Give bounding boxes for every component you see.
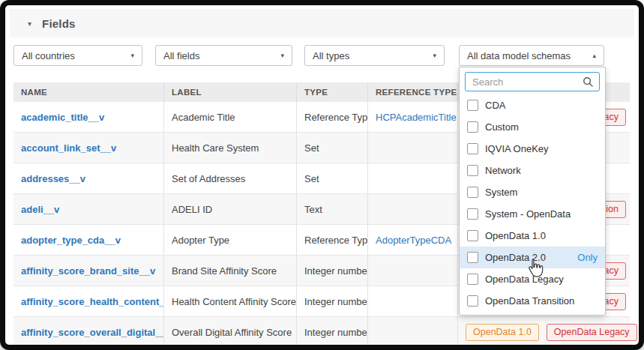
checkbox-icon[interactable] [467, 143, 478, 154]
schema-option[interactable]: CDA [460, 94, 605, 116]
field-name-link[interactable]: account_link_set__v [21, 142, 116, 154]
schema-option-label: OpenData Legacy [485, 274, 564, 285]
schema-option-label: IQVIA OneKey [485, 143, 549, 154]
field-label: Academic Title [163, 102, 296, 132]
field-label: Overall Digital Affinity Score [163, 317, 296, 347]
field-type: Integer number [296, 317, 367, 347]
schema-option-label: OpenData 1.0 [485, 230, 546, 241]
schema-badge: OpenData 1.0 [466, 324, 539, 341]
screenshot-stage: ▾ Fields All countries ▾ All fields ▾ Al… [0, 0, 644, 350]
schema-option-label: Custom [485, 121, 519, 133]
schema-option[interactable]: OpenData Transition [460, 290, 605, 312]
reference-type-link[interactable]: AdopterTypeCDA [376, 235, 451, 246]
field-name-link[interactable]: adeli__v [21, 204, 59, 215]
field-name-link[interactable]: affinity_score_overall_digital__v [21, 327, 163, 338]
schema-option[interactable]: OpenData 2.0 Only [460, 247, 605, 268]
filter-countries-select[interactable]: All countries ▾ [13, 45, 142, 66]
schema-search-input[interactable] [471, 76, 578, 88]
checkbox-icon[interactable] [467, 230, 478, 241]
field-type: Integer number [296, 286, 367, 316]
schema-option-label: OpenData 2.0 [485, 252, 546, 263]
filter-types-value: All types [313, 50, 349, 61]
field-label: Health Content Affinity Score [163, 286, 296, 316]
field-type: Text [296, 194, 367, 224]
checkbox-icon[interactable] [467, 274, 478, 285]
schema-badges-cell: OpenData 1.0OpenData Legacy [457, 317, 641, 347]
field-type: Set [296, 133, 367, 163]
field-name-link[interactable]: affinity_score_health_content__v [21, 296, 163, 307]
collapse-triangle-icon[interactable]: ▾ [28, 19, 31, 28]
schema-option-label: CDA [485, 100, 505, 111]
field-label: Health Care System [163, 133, 296, 163]
schema-option[interactable]: System - OpenData [460, 203, 605, 225]
schema-option[interactable]: OpenData 1.0 [460, 225, 605, 247]
column-header-label[interactable]: LABEL [163, 82, 296, 102]
field-type: Reference Type [296, 225, 367, 255]
checkbox-icon[interactable] [467, 252, 478, 263]
checkbox-icon[interactable] [467, 121, 478, 133]
field-name-link[interactable]: adopter_type_cda__v [21, 235, 121, 246]
schema-option-list: CDA Custom IQVIA OneKey Network System S… [460, 94, 605, 312]
checkbox-icon[interactable] [467, 208, 478, 220]
field-type: Set [296, 163, 367, 193]
field-label: Adopter Type [163, 225, 296, 255]
table-row: affinity_score_overall_digital__v Overal… [13, 317, 630, 348]
chevron-down-icon: ▾ [433, 52, 436, 59]
schema-option[interactable]: OpenData Legacy [460, 268, 605, 290]
schema-option[interactable]: Custom [460, 116, 605, 138]
filter-schemas-select[interactable]: All data model schemas ▴ [459, 45, 604, 66]
checkbox-icon[interactable] [467, 165, 478, 176]
field-type: Integer number [296, 256, 367, 286]
schema-option-label: System - OpenData [485, 208, 571, 220]
fields-window: ▾ Fields All countries ▾ All fields ▾ Al… [0, 0, 644, 350]
field-type: Reference Type [296, 102, 367, 132]
filter-types-select[interactable]: All types ▾ [304, 45, 445, 66]
schema-option-label: System [485, 187, 517, 198]
schemas-dropdown-panel: CDA Custom IQVIA OneKey Network System S… [459, 67, 606, 316]
checkbox-icon[interactable] [467, 187, 478, 198]
chevron-down-icon: ▾ [280, 52, 284, 59]
schema-option-label: OpenData Transition [485, 295, 574, 307]
page-title: Fields [42, 17, 76, 30]
column-header-name[interactable]: NAME [13, 82, 163, 102]
field-name-link[interactable]: affinity_score_brand_site__v [21, 265, 155, 277]
only-link[interactable]: Only [577, 252, 598, 263]
search-icon [583, 76, 594, 88]
column-header-type[interactable]: TYPE [296, 82, 367, 102]
chevron-up-icon: ▴ [592, 52, 596, 59]
column-header-reference-type[interactable]: REFERENCE TYPE [367, 82, 457, 102]
field-name-link[interactable]: academic_title__v [21, 112, 104, 123]
field-label: Brand Site Affinity Score [163, 256, 296, 286]
schema-option[interactable]: Network [460, 160, 605, 181]
checkbox-icon[interactable] [467, 100, 478, 111]
chevron-down-icon: ▾ [130, 52, 134, 59]
schema-option[interactable]: System [460, 181, 605, 203]
filter-countries-value: All countries [22, 50, 75, 61]
schema-badge: OpenData Legacy [547, 324, 637, 341]
filter-fields-select[interactable]: All fields ▾ [155, 45, 292, 66]
filter-fields-value: All fields [163, 50, 199, 61]
field-name-link[interactable]: addresses__v [21, 173, 85, 184]
checkbox-icon[interactable] [467, 295, 478, 307]
schema-option-label: Network [485, 165, 521, 176]
field-label: Set of Addresses [163, 163, 296, 193]
reference-type-link[interactable]: HCPAcademicTitle [376, 112, 457, 123]
filter-schemas-value: All data model schemas [467, 50, 571, 61]
schema-search-box[interactable] [465, 72, 600, 91]
field-label: ADELI ID [163, 194, 296, 224]
schema-option[interactable]: IQVIA OneKey [460, 138, 605, 160]
fields-section-header[interactable]: ▾ Fields [10, 9, 634, 37]
